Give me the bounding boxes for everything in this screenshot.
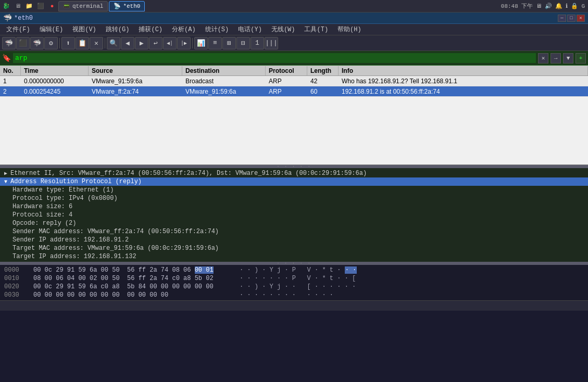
detail-sender-mac[interactable]: Sender MAC address: VMware_ff:2a:74 (00:… (0, 227, 588, 236)
hex-row-0030: 0030 00 00 00 00 00 00 00 00 00 00 00 00… (0, 291, 588, 299)
toolbar-bars-btn[interactable]: ||| (265, 37, 278, 49)
menu-view[interactable]: 视图(V) (68, 24, 101, 35)
detail-arp[interactable]: Address Resolution Protocol (reply) (0, 177, 588, 186)
hex-bytes: 00 0c 29 91 59 6a 00 50 56 ff 2a 74 08 0… (33, 266, 231, 274)
taskbar: 🐉 🖥 📁 ⬛ ● 📟 qterminal 📡 *eth0 08:48 下午 🖥… (0, 0, 588, 12)
toolbar-options-btn[interactable]: ⚙ (44, 37, 58, 49)
toolbar-search-btn[interactable]: 🔍 (107, 37, 120, 49)
toolbar-up-btn[interactable]: ⬆ (61, 37, 75, 49)
taskbar-dragon-icon[interactable]: 🐉 (1, 1, 11, 11)
taskbar-tab-eth0[interactable]: 📡 *eth0 (109, 1, 145, 11)
detail-ethernet[interactable]: Ethernet II, Src: VMware_ff:2a:74 (00:50… (0, 169, 588, 177)
hex-highlight: 00 01 (195, 266, 214, 274)
filter-add-btn[interactable]: + (576, 53, 586, 63)
cell-dest: Broadcast (182, 77, 266, 86)
toolbar-shark-btn[interactable]: 🦈 (2, 37, 16, 49)
menu-phone[interactable]: 电话(Y) (234, 24, 266, 35)
filter-clear-btn[interactable]: ✕ (538, 53, 548, 63)
taskbar-folder-icon[interactable]: 📁 (24, 1, 34, 11)
col-header-len: Length (307, 66, 339, 75)
hex-bytes: 00 0c 29 91 59 6a c0 a8 5b 84 00 00 00 0… (33, 283, 231, 290)
statusbar (0, 300, 588, 311)
cell-dest: VMware_91:59:6a (182, 87, 266, 96)
packet-row[interactable]: 2 0.000254245 VMware_ff:2a:74 VMware_91:… (0, 86, 588, 97)
detail-target-mac[interactable]: Target MAC address: VMware_91:59:6a (00:… (0, 244, 588, 252)
detail-target-ip[interactable]: Target IP address: 192.168.91.132 (0, 252, 588, 261)
taskbar-info-icon: ℹ (566, 3, 568, 9)
menu-tools[interactable]: 工具(T) (300, 24, 332, 35)
col-header-time: Time (21, 66, 89, 75)
titlebar: 🦈 *eth0 ─ □ ✕ (0, 12, 588, 24)
maximize-button[interactable]: □ (567, 15, 576, 22)
cell-info: 192.168.91.2 is at 00:50:56:ff:2a:74 (339, 87, 588, 96)
menu-capture[interactable]: 捕获(C) (134, 24, 167, 35)
detail-hw-type[interactable]: Hardware type: Ethernet (1) (0, 186, 588, 194)
hex-offset: 0020 (4, 283, 25, 290)
menu-file[interactable]: 文件(F) (2, 24, 34, 35)
hex-area: 0000 00 0c 29 91 59 6a 00 50 56 ff 2a 74… (0, 265, 588, 300)
detail-opcode[interactable]: Opcode: reply (2) (0, 219, 588, 227)
toolbar-sep-2 (105, 38, 105, 48)
packet-row[interactable]: 1 0.0000000000 VMware_91:59:6a Broadcast… (0, 76, 588, 86)
toolbar-close-btn[interactable]: ✕ (90, 37, 103, 49)
hex-offset: 0000 (4, 266, 25, 274)
filter-icon: 🔖 (2, 54, 11, 62)
toolbar: 🦈 ⬛ 🦈 ⚙ ⬆ 📋 ✕ 🔍 ◀ ▶ ↩ ◀| |▶ 📊 ≡ ⊞ ⊟ 1 ||… (0, 35, 588, 51)
hex-ascii: · · · · · · · P V · * t · · [ (240, 275, 356, 282)
filter-dropdown-btn[interactable]: ▼ (563, 53, 573, 63)
toolbar-prev-btn[interactable]: ◀ (121, 37, 134, 49)
toolbar-expand-btn[interactable]: ≡ (208, 37, 222, 49)
detail-hw-size[interactable]: Hardware size: 6 (0, 202, 588, 211)
detail-sender-ip[interactable]: Sender IP address: 192.168.91.2 (0, 236, 588, 244)
menu-goto[interactable]: 跳转(G) (102, 24, 134, 35)
taskbar-red-icon[interactable]: ● (47, 1, 57, 11)
toolbar-last-btn[interactable]: |▶ (177, 37, 191, 49)
taskbar-bell-icon: 🔔 (555, 3, 562, 9)
wireshark-logo: 🦈 (3, 14, 12, 22)
cell-source: VMware_91:59:6a (89, 77, 182, 86)
cell-proto: ARP (266, 77, 307, 86)
cell-proto: ARP (266, 87, 307, 96)
menu-analyze[interactable]: 分析(A) (168, 24, 200, 35)
close-button[interactable]: ✕ (577, 15, 585, 22)
menu-help[interactable]: 帮助(H) (333, 24, 366, 35)
menu-wireless[interactable]: 无线(W) (267, 24, 299, 35)
toolbar-one-btn[interactable]: 1 (251, 37, 264, 49)
packet-list-empty-area (0, 97, 588, 164)
hex-bytes: 08 00 06 04 00 02 00 50 56 ff 2a 74 c0 a… (33, 275, 231, 282)
detail-proto-size[interactable]: Protocol size: 4 (0, 211, 588, 219)
toolbar-cycle-btn[interactable]: ↩ (149, 37, 162, 49)
menu-stats[interactable]: 统计(S) (201, 24, 233, 35)
taskbar-tab-qterminal[interactable]: 📟 qterminal (58, 1, 108, 11)
toolbar-sep-1 (59, 38, 60, 48)
minimize-button[interactable]: ─ (558, 15, 566, 22)
menu-edit[interactable]: 编辑(E) (35, 24, 68, 35)
detail-proto-type[interactable]: Protocol type: IPv4 (0x0800) (0, 194, 588, 202)
col-header-proto: Protocol (266, 66, 307, 75)
hex-ascii: · · ) · Y j · P V · * t · · · (240, 266, 357, 274)
taskbar-monitor-icon2: 🖥 (536, 3, 542, 9)
taskbar-time: 08:48 下午 (501, 2, 533, 10)
filter-arrow-btn[interactable]: → (551, 53, 561, 63)
col-header-no: No. (0, 66, 21, 75)
toolbar-stop-btn[interactable]: ⬛ (16, 37, 30, 49)
taskbar-black-icon[interactable]: ⬛ (35, 1, 46, 11)
taskbar-monitor-icon[interactable]: 🖥 (12, 1, 23, 11)
toolbar-plus-btn[interactable]: ⊞ (222, 37, 236, 49)
hex-row-0000: 0000 00 0c 29 91 59 6a 00 50 56 ff 2a 74… (0, 266, 588, 274)
filter-input[interactable] (13, 53, 536, 63)
cell-time: 0.000254245 (21, 87, 89, 96)
taskbar-lock-icon: 🔒 (571, 3, 578, 9)
toolbar-next-btn[interactable]: ▶ (135, 37, 148, 49)
packet-details: Ethernet II, Src: VMware_ff:2a:74 (00:50… (0, 168, 588, 262)
toolbar-restart-btn[interactable]: 🦈 (30, 37, 44, 49)
toolbar-first-btn[interactable]: ◀| (163, 37, 177, 49)
toolbar-columns-btn[interactable]: 📊 (194, 37, 208, 49)
hex-offset: 0010 (4, 275, 25, 282)
toolbar-list-btn[interactable]: 📋 (76, 37, 89, 49)
col-header-dest: Destination (182, 66, 266, 75)
hex-bytes: 00 00 00 00 00 00 00 00 00 00 00 00 (33, 291, 231, 299)
cell-time: 0.0000000000 (21, 77, 89, 86)
taskbar-g-icon: G (581, 3, 585, 9)
toolbar-minus-btn[interactable]: ⊟ (236, 37, 250, 49)
